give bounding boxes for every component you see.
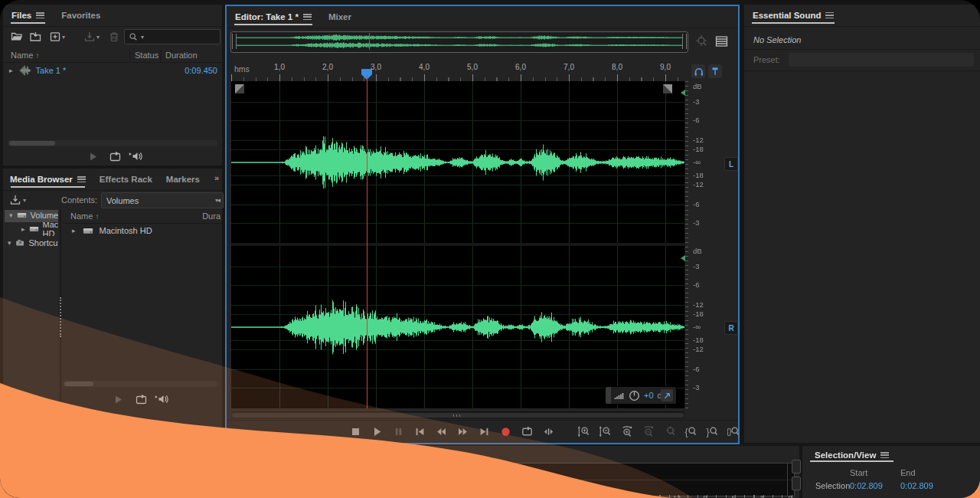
- tab-editor[interactable]: Editor: Take 1 *: [227, 6, 320, 28]
- panel-menu-icon[interactable]: [880, 452, 889, 459]
- zoom-reset-icon[interactable]: [695, 34, 709, 48]
- tab-markers[interactable]: Markers: [159, 169, 207, 190]
- zoom-out-vertical-button[interactable]: [599, 425, 612, 438]
- tab-mixer[interactable]: Mixer: [320, 6, 360, 28]
- gain-hud[interactable]: +0 dB: [605, 386, 677, 405]
- marker-pin-button[interactable]: [708, 64, 722, 78]
- expand-chevron-icon[interactable]: ▸: [72, 228, 76, 234]
- selection-end-value[interactable]: 0:02.809: [900, 481, 933, 490]
- tab-essential-sound[interactable]: Essential Sound: [744, 5, 842, 26]
- editor-hscrollbar[interactable]: [231, 411, 684, 419]
- db-scale-label: -6: [693, 116, 699, 124]
- fast-forward-button[interactable]: [456, 425, 469, 438]
- fade-out-handle[interactable]: [663, 84, 672, 93]
- trash-icon[interactable]: [108, 31, 120, 43]
- loop-playback-button[interactable]: [521, 425, 534, 438]
- files-scrollbar-track[interactable]: [8, 140, 217, 146]
- zoom-field-fragment: [792, 460, 801, 473]
- file-row[interactable]: ▸ Take 1 * 0:09.450: [3, 64, 222, 77]
- essential-preset-row: Preset:: [744, 49, 980, 71]
- open-folder-icon[interactable]: [11, 31, 24, 43]
- panel-menu-icon[interactable]: [825, 12, 834, 19]
- loop-playback-icon[interactable]: [109, 151, 122, 162]
- hud-pin-button[interactable]: [661, 389, 673, 401]
- pause-button[interactable]: [392, 425, 405, 438]
- save-export-icon[interactable]: ▾: [83, 31, 100, 43]
- panel-collapse-icon[interactable]: ◂: [217, 197, 220, 204]
- tab-favorites[interactable]: Favorites: [53, 5, 109, 26]
- channel-badge-R[interactable]: R: [724, 321, 738, 335]
- expand-chevron-icon[interactable]: ▸: [21, 226, 25, 233]
- editor-hscrollbar-thumb[interactable]: [232, 413, 684, 418]
- preset-field[interactable]: [789, 53, 974, 67]
- column-status[interactable]: Status: [135, 51, 158, 60]
- import-file-icon[interactable]: [29, 31, 42, 43]
- media-scrollbar-thumb[interactable]: [64, 382, 93, 386]
- tab-effects-rack[interactable]: Effects Rack: [93, 169, 159, 190]
- column-name[interactable]: Name ↑: [11, 51, 39, 60]
- tree-item-volumes[interactable]: ▾ Volumes: [5, 210, 58, 222]
- timeline-ruler[interactable]: hms 1,02,03,04,05,06,07,08,09,0: [231, 61, 684, 82]
- column-duration[interactable]: Duration: [165, 51, 198, 60]
- zoom-reset-button[interactable]: [663, 425, 676, 438]
- tab-selection-view[interactable]: Selection/View: [802, 446, 901, 464]
- stop-button[interactable]: [349, 425, 362, 438]
- overview-strip[interactable]: [230, 31, 688, 53]
- zoom-to-in-point-button[interactable]: {: [684, 425, 697, 438]
- tab-media-browser[interactable]: Media Browser: [3, 169, 93, 190]
- go-to-end-button[interactable]: [478, 425, 491, 438]
- search-input[interactable]: ▾: [124, 29, 220, 44]
- selection-start-value[interactable]: 0:02.809: [850, 481, 883, 490]
- media-list-row[interactable]: ▸ Macintosh HD: [63, 224, 222, 238]
- preview-play-icon[interactable]: [87, 151, 99, 162]
- files-scrollbar-thumb[interactable]: [9, 141, 55, 146]
- preview-play-icon[interactable]: [113, 394, 124, 405]
- zoom-out-horizontal-button[interactable]: [642, 425, 655, 438]
- transport-area: {}{}: [227, 420, 738, 444]
- tree-item-shortcuts[interactable]: ▾ Shortcuts: [3, 236, 58, 250]
- gain-value[interactable]: +0: [644, 391, 654, 400]
- expand-chevron-icon[interactable]: ▸: [9, 67, 13, 74]
- panel-menu-icon[interactable]: [36, 12, 44, 19]
- waveform-canvas[interactable]: [231, 81, 684, 408]
- panel-menu-icon[interactable]: [77, 176, 86, 183]
- collapse-chevron-icon[interactable]: ▾: [9, 212, 13, 219]
- zoom-in-horizontal-button[interactable]: [620, 425, 633, 438]
- channel-badge-L[interactable]: L: [724, 157, 738, 171]
- tree-item-macintosh-hd[interactable]: ▸ Macintosh HD: [17, 222, 58, 236]
- loop-playback-icon[interactable]: [135, 394, 148, 405]
- splitter-grip[interactable]: [60, 297, 61, 337]
- monitor-headphones-button[interactable]: [691, 64, 705, 78]
- overview-waveform-canvas[interactable]: [236, 33, 683, 50]
- gain-knob-icon[interactable]: [629, 390, 640, 401]
- tab-overflow-icon[interactable]: »: [214, 173, 219, 182]
- hud-grip[interactable]: [606, 387, 611, 404]
- auto-play-speaker-icon[interactable]: [155, 393, 169, 405]
- column-duration[interactable]: Dura: [202, 211, 220, 221]
- zoom-in-vertical-button[interactable]: [577, 425, 590, 438]
- zoom-to-out-point-button[interactable]: }: [706, 425, 719, 438]
- collapse-chevron-icon[interactable]: ▾: [8, 240, 11, 247]
- import-icon[interactable]: ▾: [9, 194, 26, 206]
- files-panel: Files Favorites ▾: [3, 5, 222, 165]
- panel-menu-icon[interactable]: [303, 14, 312, 21]
- waveform-display[interactable]: +0 dB: [231, 81, 684, 408]
- tree-splitter[interactable]: [60, 210, 61, 498]
- play-button[interactable]: [371, 425, 384, 438]
- display-options-icon[interactable]: [714, 34, 729, 48]
- column-name[interactable]: Name ↑: [70, 211, 99, 221]
- fade-in-handle[interactable]: [235, 84, 244, 93]
- import-caret-icon: ▾: [23, 197, 26, 204]
- rewind-button[interactable]: [435, 425, 448, 438]
- go-to-start-button[interactable]: [413, 425, 426, 438]
- search-caret-icon[interactable]: ▾: [141, 34, 144, 41]
- skip-selection-button[interactable]: [542, 425, 555, 438]
- contents-dropdown[interactable]: Volumes ▾: [101, 192, 224, 208]
- tab-files[interactable]: Files: [3, 5, 53, 26]
- db-scale-right-channel: dB-3-6-12-18-∞-18-12-6-3: [691, 245, 720, 408]
- zoom-to-selection-button[interactable]: {}: [727, 425, 740, 438]
- media-scrollbar-track[interactable]: [63, 381, 217, 387]
- new-content-icon[interactable]: ▾: [49, 31, 65, 43]
- record-button[interactable]: [499, 425, 512, 438]
- auto-play-speaker-icon[interactable]: [129, 150, 143, 162]
